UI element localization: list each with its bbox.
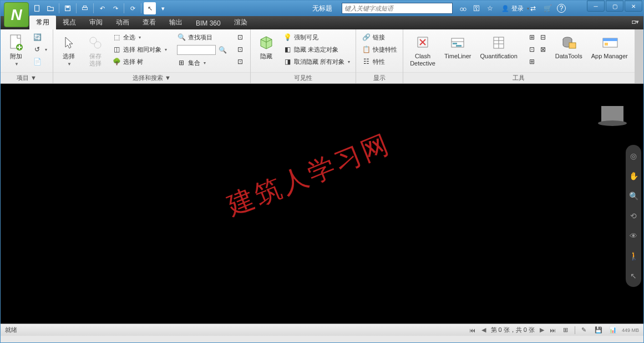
select-nav-icon[interactable]: ↖ — [628, 270, 639, 281]
pan-icon[interactable]: ✋ — [628, 170, 639, 181]
cart-icon[interactable]: 🛒 — [542, 3, 552, 13]
perf-memory-icon[interactable]: 📊 — [607, 326, 618, 334]
select-tree-button[interactable]: 🌳选择 树 — [110, 56, 169, 67]
extra1-button[interactable]: ⊡ — [234, 32, 247, 43]
panel-display: 🔗链接 📋快捷特性 ☷特性 显示 — [356, 29, 403, 83]
tab-view[interactable]: 查看 — [136, 16, 163, 29]
view-cube[interactable] — [598, 106, 627, 135]
steering-wheel-icon[interactable]: ◎ — [628, 150, 639, 162]
status-bar: 就绪 ⏮ ◀ 第 0 张，共 0 张 ▶ ⏭ ⊞ ✎ 💾 📊 449 MB — [1, 324, 643, 336]
tab-review[interactable]: 审阅 — [83, 16, 109, 29]
tool-a-button[interactable]: ⊞⊟ — [525, 32, 550, 43]
panel-title-select[interactable]: 选择和搜索 ▼ — [53, 72, 250, 83]
svg-rect-14 — [456, 45, 462, 47]
timeliner-button[interactable]: TimeLiner — [441, 32, 475, 62]
file-icon: 📄 — [33, 57, 42, 66]
star-icon[interactable]: ☆ — [485, 3, 495, 13]
save-selection-button[interactable]: 保存 选择 — [83, 32, 108, 69]
zoom-icon[interactable]: 🔍 — [628, 190, 639, 201]
links-button[interactable]: 🔗链接 — [359, 32, 399, 43]
append-button[interactable]: 附加▼ — [4, 32, 28, 69]
tab-animation[interactable]: 动画 — [109, 16, 136, 29]
svg-rect-13 — [453, 43, 457, 44]
tab-render[interactable]: 渲染 — [227, 16, 254, 29]
qat-refresh-icon[interactable]: ⟳ — [126, 2, 139, 14]
panel-title-project[interactable]: 项目 ▼ — [1, 72, 53, 83]
app-manager-button[interactable]: App Manager — [588, 32, 631, 62]
search-input[interactable] — [342, 3, 453, 14]
memory-text: 449 MB — [622, 327, 639, 333]
close-button[interactable]: ✕ — [625, 1, 642, 12]
viewport-3d[interactable]: 建筑人学习网 ◎ ✋ 🔍 ⟲ 👁 🚶 ↖ — [1, 84, 643, 324]
panel-title-tools: 工具 — [403, 72, 635, 83]
reset-button[interactable]: ↺▾ — [31, 44, 49, 55]
hide-button[interactable]: 隐藏 — [254, 32, 278, 62]
extra2-button[interactable]: ⊡ — [234, 44, 247, 55]
app-menu-button[interactable]: N — [4, 2, 29, 27]
find-items-button[interactable]: 🔍查找项目 — [175, 32, 229, 43]
extra3-button[interactable]: ⊡ — [234, 56, 247, 67]
window-controls: ─ ▢ ✕ — [587, 1, 643, 12]
qat-new-icon[interactable] — [31, 2, 43, 14]
qat-select-icon[interactable]: ↖ — [144, 2, 156, 14]
qat-dropdown-icon[interactable]: ▾ — [157, 2, 169, 14]
login-button[interactable]: 👤登录▾ — [498, 3, 533, 14]
minimize-button[interactable]: ─ — [587, 1, 605, 12]
orbit-icon[interactable]: ⟲ — [628, 210, 639, 221]
refresh-icon: 🔄 — [33, 33, 42, 42]
ribbon-tabs: 常用 视点 审阅 动画 查看 输出 BIM 360 渲染 ◘▾ — [1, 16, 643, 29]
app-logo-icon: N — [11, 6, 22, 24]
unhide-icon: ◨ — [283, 57, 292, 66]
pager-last-icon[interactable]: ⏭ — [549, 326, 557, 334]
key-icon[interactable]: ⚿ — [471, 3, 481, 13]
pager-next-icon[interactable]: ▶ — [538, 326, 546, 334]
svg-rect-4 — [83, 6, 86, 8]
tool-b-button[interactable]: ⊡⊠ — [525, 44, 550, 55]
exchange-icon[interactable]: ⇄ — [528, 3, 538, 13]
panel-title-visibility: 可见性 — [251, 72, 356, 83]
sheet-browser-icon[interactable]: ⊞ — [560, 326, 571, 334]
tab-bim360[interactable]: BIM 360 — [189, 17, 227, 29]
select-all-button[interactable]: ⬚全选 ▾ — [110, 32, 169, 43]
tab-output[interactable]: 输出 — [163, 16, 189, 29]
quick-access-toolbar: ↶ ↷ ⟳ ↖ ▾ — [31, 2, 169, 14]
panel-tools: Clash Detective TimeLiner Quantification… — [403, 29, 635, 83]
qat-print-icon[interactable] — [79, 2, 91, 14]
walk-icon[interactable]: 🚶 — [628, 250, 639, 261]
qat-save-icon[interactable] — [62, 2, 74, 14]
svg-point-9 — [90, 37, 97, 44]
select-button[interactable]: 选择▼ — [57, 32, 81, 69]
properties-button[interactable]: ☷特性 — [359, 56, 399, 67]
tool-c-button[interactable]: ⊞ — [525, 56, 550, 67]
refresh-button[interactable]: 🔄 — [31, 32, 49, 43]
hide-unselected-button[interactable]: ◧隐藏 未选定对象 — [281, 44, 352, 55]
perf-pencil-icon[interactable]: ✎ — [579, 326, 590, 334]
title-bar: N ↶ ↷ ⟳ ↖ ▾ 无标题 ⚿ ☆ 👤登录▾ ⇄ 🛒 ? ─ ▢ ✕ — [1, 1, 643, 16]
select-same-button[interactable]: ◫选择 相同对象 ▾ — [110, 44, 169, 55]
search-area: ⚿ ☆ 👤登录▾ — [342, 3, 533, 14]
binoculars-icon[interactable] — [458, 3, 468, 13]
unhide-all-button[interactable]: ◨取消隐藏 所有对象 ▾ — [281, 56, 352, 67]
perf-disk-icon[interactable]: 💾 — [593, 326, 604, 334]
ribbon-collapse-icon[interactable]: ◘▾ — [632, 18, 639, 26]
svg-rect-2 — [66, 6, 69, 8]
maximize-button[interactable]: ▢ — [606, 1, 623, 12]
pager-first-icon[interactable]: ⏮ — [469, 326, 476, 334]
tab-common[interactable]: 常用 — [29, 16, 56, 29]
help-icon[interactable]: ? — [557, 4, 566, 13]
qat-redo-icon[interactable]: ↷ — [109, 2, 121, 14]
file-options-button[interactable]: 📄 — [31, 56, 49, 67]
datatools-button[interactable]: DataTools — [552, 32, 586, 62]
tab-viewpoint[interactable]: 视点 — [56, 16, 83, 29]
look-icon[interactable]: 👁 — [628, 230, 639, 241]
datatools-icon — [560, 34, 577, 52]
clash-detective-button[interactable]: Clash Detective — [407, 32, 439, 69]
qat-undo-icon[interactable]: ↶ — [96, 2, 108, 14]
qat-open-icon[interactable] — [44, 2, 57, 14]
quantification-button[interactable]: Quantification — [476, 32, 520, 62]
quick-props-button[interactable]: 📋快捷特性 — [359, 44, 399, 55]
force-visible-button[interactable]: 💡强制可见 — [281, 32, 352, 43]
quick-find-input[interactable]: 🔍 — [175, 44, 229, 56]
sets-button[interactable]: ⊞集合 ▾ — [175, 57, 229, 68]
pager-prev-icon[interactable]: ◀ — [480, 326, 488, 334]
